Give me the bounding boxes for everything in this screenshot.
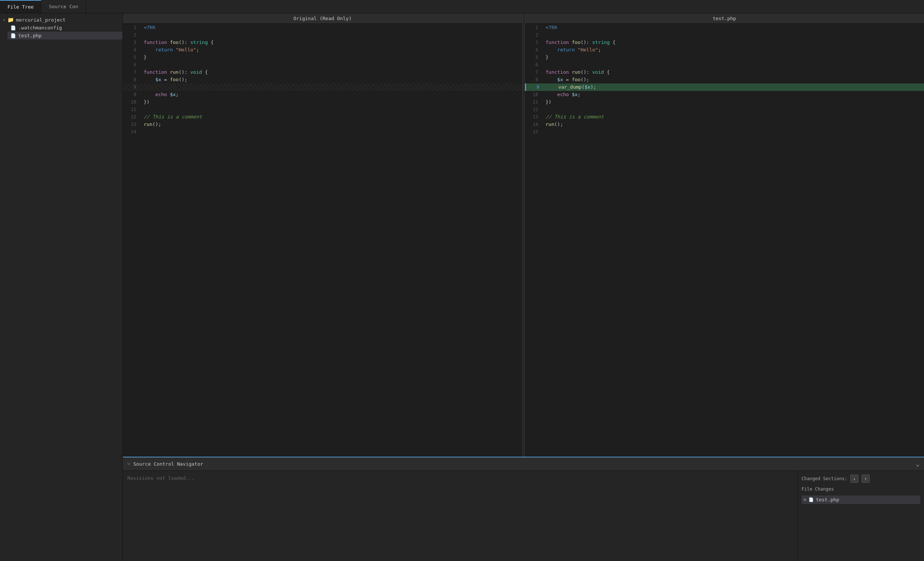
line-2-new: 2 bbox=[525, 31, 924, 39]
bottom-panel-header: ⑂ Source Control Navigator ⌄ bbox=[123, 457, 924, 471]
nav-next-button[interactable]: ↑ bbox=[861, 475, 870, 483]
testphp-tab[interactable]: test.php bbox=[525, 14, 924, 24]
line-13-new: 13 // This is a comment bbox=[525, 113, 924, 121]
line-7-orig: 7 function run(): void { bbox=[123, 69, 522, 76]
line-13-orig: 12 // This is a comment bbox=[123, 113, 522, 121]
testphp-tab-label: test.php bbox=[712, 16, 736, 21]
testphp-code[interactable]: 1 <?hh 2 3 function foo(): string { 4 re… bbox=[525, 24, 924, 457]
line-10-orig: 9 echo $x; bbox=[123, 91, 522, 98]
line-5-orig: 5 } bbox=[123, 54, 522, 61]
sidebar: ▾ 📁 mercurial_project 📄 .watchmanconfig … bbox=[0, 14, 123, 561]
file-change-item-testphp[interactable]: ⊟ 📄 test.php bbox=[801, 495, 920, 504]
file-icon: 📄 bbox=[10, 33, 16, 38]
filename-testphp: test.php bbox=[18, 33, 42, 38]
line-8-orig: 8 $x = foo(); bbox=[123, 76, 522, 83]
line-11-orig: 10 }) bbox=[123, 98, 522, 106]
diff-icon: ⊟ bbox=[804, 497, 806, 502]
line-1-orig: 1 <?hh bbox=[123, 24, 522, 31]
line-12-orig: 11 bbox=[123, 106, 522, 113]
line-6-orig: 6 bbox=[123, 61, 522, 69]
diff-pane-testphp: test.php 1 <?hh 2 3 function foo(): stri… bbox=[525, 14, 924, 457]
revisions-placeholder: Revisions not loaded... bbox=[128, 475, 194, 481]
line-2-orig: 2 bbox=[123, 31, 522, 39]
file-icon: 📄 bbox=[10, 26, 16, 30]
changed-sections-label: Changed Sections: bbox=[801, 476, 847, 481]
editor-area: Original (Read Only) 1 <?hh 2 3 function… bbox=[123, 14, 924, 561]
chevron-down-icon: ▾ bbox=[3, 18, 5, 22]
bottom-panel: ⑂ Source Control Navigator ⌄ Revisions n… bbox=[123, 457, 924, 561]
diff-panes: Original (Read Only) 1 <?hh 2 3 function… bbox=[123, 14, 924, 457]
line-15-orig: 14 bbox=[123, 128, 522, 135]
line-9-new: 9 var_dump($x); bbox=[525, 83, 924, 91]
revisions-area: Revisions not loaded... bbox=[123, 471, 797, 561]
line-7-new: 7 function run(): void { bbox=[525, 69, 924, 76]
source-control-icon: ⑂ bbox=[128, 461, 130, 467]
line-4-orig: 4 return "Hello"; bbox=[123, 46, 522, 54]
line-3-new: 3 function foo(): string { bbox=[525, 39, 924, 46]
tree-children: 📄 .watchmanconfig 📄 test.php bbox=[0, 24, 123, 39]
file-icon: 📄 bbox=[808, 497, 814, 502]
file-changes-area: Changed Sections: ↓ ↑ File Changes ⊟ 📄 t… bbox=[797, 471, 924, 561]
original-code[interactable]: 1 <?hh 2 3 function foo(): string { 4 re… bbox=[123, 24, 522, 457]
tab-file-tree-label: File Tree bbox=[8, 4, 33, 10]
tree-project-root[interactable]: ▾ 📁 mercurial_project bbox=[0, 16, 123, 24]
tree-item-testphp[interactable]: 📄 test.php bbox=[8, 32, 123, 39]
line-6-new: 6 bbox=[525, 61, 924, 69]
bottom-panel-body: Revisions not loaded... Changed Sections… bbox=[123, 471, 924, 561]
line-12-new: 12 bbox=[525, 106, 924, 113]
file-changes-label: File Changes bbox=[801, 486, 920, 492]
tab-source-con[interactable]: Source Con bbox=[41, 0, 86, 13]
tab-source-con-label: Source Con bbox=[49, 4, 78, 9]
tab-file-tree[interactable]: File Tree bbox=[0, 0, 41, 13]
folder-icon: 📁 bbox=[8, 17, 14, 23]
line-14-new: 14 run(); bbox=[525, 121, 924, 128]
line-15-new: 15 bbox=[525, 128, 924, 135]
line-8-new: 8 $x = foo(); bbox=[525, 76, 924, 83]
collapse-icon[interactable]: ⌄ bbox=[916, 460, 920, 468]
line-11-new: 11 }) bbox=[525, 98, 924, 106]
nav-prev-button[interactable]: ↓ bbox=[850, 475, 858, 483]
line-5-new: 5 } bbox=[525, 54, 924, 61]
line-1-new: 1 <?hh bbox=[525, 24, 924, 31]
bottom-panel-title: Source Control Navigator bbox=[133, 461, 913, 467]
tree-item-watchmanconfig[interactable]: 📄 .watchmanconfig bbox=[8, 24, 123, 32]
filename-watchmanconfig: .watchmanconfig bbox=[18, 25, 62, 30]
original-tab-label: Original (Read Only) bbox=[293, 16, 352, 21]
line-3-orig: 3 function foo(): string { bbox=[123, 39, 522, 46]
file-item-name: test.php bbox=[816, 497, 840, 502]
line-9-orig: 9 bbox=[123, 83, 522, 91]
original-tab[interactable]: Original (Read Only) bbox=[123, 14, 522, 24]
diff-pane-original: Original (Read Only) 1 <?hh 2 3 function… bbox=[123, 14, 523, 457]
changed-sections-row: Changed Sections: ↓ ↑ bbox=[801, 475, 920, 483]
project-name-label: mercurial_project bbox=[16, 17, 66, 23]
line-4-new: 4 return "Hello"; bbox=[525, 46, 924, 54]
line-14-orig: 13 run(); bbox=[123, 121, 522, 128]
main-layout: ▾ 📁 mercurial_project 📄 .watchmanconfig … bbox=[0, 14, 924, 561]
file-tree: ▾ 📁 mercurial_project 📄 .watchmanconfig … bbox=[0, 14, 123, 42]
top-tab-bar: File Tree Source Con bbox=[0, 0, 924, 14]
line-10-new: 10 echo $x; bbox=[525, 91, 924, 98]
